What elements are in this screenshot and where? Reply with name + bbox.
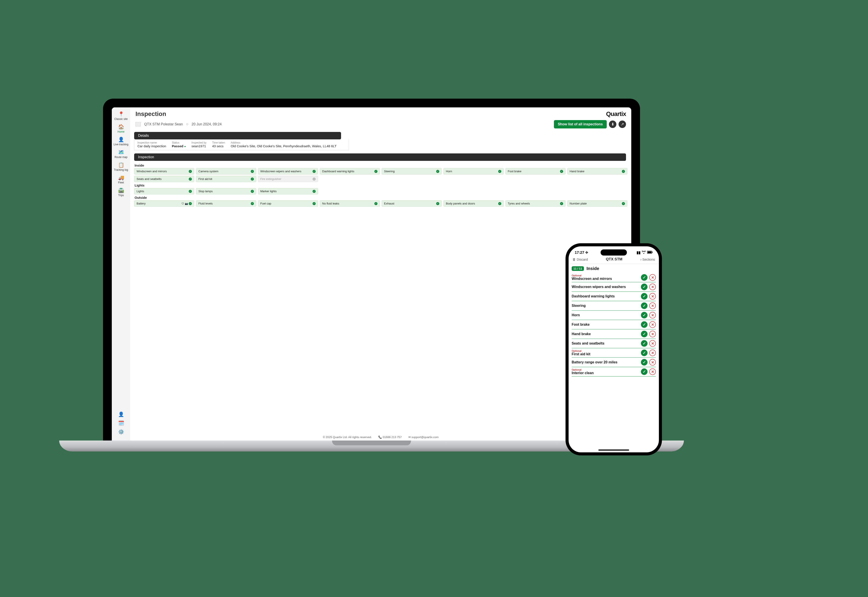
inspection-chip-disabled: Fire extinguisher –	[258, 176, 318, 182]
pass-button[interactable]: ✓	[641, 284, 648, 290]
notifications-icon[interactable]: 🗓️	[118, 420, 124, 426]
details-panel: Inspection name Car daily inspection Sta…	[134, 140, 349, 150]
pass-button[interactable]: ✓	[641, 368, 648, 375]
fail-button[interactable]: ✕	[649, 293, 656, 300]
sidebar-item-home[interactable]: 🏠 Home	[112, 122, 130, 135]
sidebar-item-trips[interactable]: 🛣️ Trips	[112, 186, 130, 198]
pass-button[interactable]: ✓	[641, 350, 648, 356]
chip-label: Seats and seatbelts	[137, 177, 162, 181]
inspection-chip[interactable]: Tyres and wheels✓	[505, 200, 566, 207]
fail-button[interactable]: ✕	[649, 350, 656, 356]
chip-label: Fuel cap	[260, 202, 271, 205]
inspection-header: Inspection	[134, 153, 626, 161]
inspection-chip[interactable]: Dashboard warning lights✓	[320, 168, 380, 174]
pass-button[interactable]: ✓	[641, 303, 648, 309]
chip-label: Windscreen and mirrors	[137, 169, 167, 173]
checklist-label: Interior clean	[572, 371, 594, 375]
laptop-mockup: 📍 Classic site 🏠 Home 👤 Live tracking 🗺️…	[103, 99, 640, 451]
chip-label: Fluid levels	[198, 202, 213, 205]
tracking-log-icon: 📋	[118, 162, 124, 168]
inspection-chip[interactable]: First aid kit ✓	[196, 176, 256, 182]
sidebar-item-fleet[interactable]: 🚚 Fleet	[112, 173, 130, 186]
pass-button[interactable]: ✓	[641, 293, 648, 300]
inspection-chip[interactable]: Seats and seatbelts ✓	[134, 176, 194, 182]
fail-button[interactable]: ✕	[649, 321, 656, 328]
trash-icon: 🗑	[572, 257, 576, 261]
fail-button[interactable]: ✕	[649, 284, 656, 290]
fail-button[interactable]: ✕	[649, 303, 656, 309]
inspection-chip[interactable]: Windscreen and mirrors✓	[134, 168, 194, 174]
show-all-inspections-button[interactable]: Show list of all inspections	[554, 120, 607, 128]
user-icon[interactable]: 👤	[118, 411, 124, 418]
sidebar-item-tracking-log[interactable]: 📋 Tracking log	[112, 160, 130, 173]
outside-row: Battery 🗨 📷 ✓ Fluid levels✓ Fuel cap✓ No…	[134, 200, 627, 207]
check-icon: ✓	[312, 190, 316, 193]
inspection-chip[interactable]: Windscreen wipers and washers✓	[258, 168, 318, 174]
inspection-chip[interactable]: Marker lights✓	[258, 188, 318, 195]
check-icon: ✓	[436, 202, 439, 205]
fail-button[interactable]: ✕	[649, 331, 656, 337]
check-icon: ✓	[251, 170, 254, 173]
fail-button[interactable]: ✕	[649, 312, 656, 318]
inspection-chip-battery[interactable]: Battery 🗨 📷 ✓	[134, 200, 194, 207]
fail-button[interactable]: ✕	[649, 274, 656, 281]
share-icon[interactable]: ↗	[618, 120, 626, 128]
inspection-chip[interactable]: Foot brake✓	[505, 168, 566, 174]
checklist-label: Horn	[572, 313, 580, 317]
live-tracking-icon: 👤	[118, 136, 124, 143]
phone-checklist: OptionalWindscreen and mirrors✓✕Windscre…	[569, 273, 659, 377]
discard-button[interactable]: 🗑 Discard	[572, 257, 588, 261]
sidebar-item-route-map[interactable]: 🗺️ Route map	[112, 148, 130, 160]
na-icon: –	[312, 178, 316, 181]
chip-label: Marker lights	[260, 190, 276, 193]
inspection-chip[interactable]: Horn✓	[443, 168, 504, 174]
phone-mockup: 17:27 ✈ ▮▮ 🗑 Discard QTX STM	[566, 243, 662, 456]
sidebar-item-label: Fleet	[118, 181, 124, 184]
check-icon: ✓	[622, 202, 625, 205]
sidebar-item-classic-site[interactable]: 📍 Classic site	[112, 110, 130, 122]
inspection-chip[interactable]: Number plate✓	[567, 200, 627, 207]
check-icon: ✓	[560, 202, 563, 205]
inspection-chip[interactable]: Lights✓	[134, 188, 194, 195]
sections-button[interactable]: › Sections	[640, 257, 655, 261]
download-icon[interactable]: ⬇	[609, 120, 616, 128]
inspection-chip[interactable]: Exhaust✓	[382, 200, 442, 207]
chip-label: First aid kit	[198, 177, 212, 181]
inspection-chip[interactable]: No fluid leaks✓	[320, 200, 380, 207]
checklist-label: Dashboard warning lights	[572, 294, 615, 298]
vehicle-thumbnail	[135, 122, 141, 126]
settings-icon[interactable]: ⚙️	[118, 429, 124, 435]
pass-button[interactable]: ✓	[641, 274, 648, 281]
fail-button[interactable]: ✕	[649, 340, 656, 347]
pass-button[interactable]: ✓	[641, 359, 648, 365]
phone-section-title: Inside	[587, 266, 599, 271]
pass-button[interactable]: ✓	[641, 321, 648, 328]
chip-extra-icons: 🗨 📷 ✓	[181, 202, 192, 205]
inspection-chip[interactable]: Stop lamps✓	[196, 188, 256, 195]
inspection-chip[interactable]: Fluid levels✓	[196, 200, 256, 207]
classic-site-icon: 📍	[118, 111, 124, 117]
inspection-chip[interactable]: Hand brake✓	[567, 168, 627, 174]
pass-button[interactable]: ✓	[641, 331, 648, 337]
fail-button[interactable]: ✕	[649, 359, 656, 365]
note-icon: 🗨	[181, 202, 184, 205]
inspection-datetime: 20 Jun 2024, 09:24	[192, 122, 221, 126]
sidebar-item-label: Home	[117, 130, 125, 133]
separator-dot	[186, 123, 188, 125]
inspection-chip[interactable]: Camera system✓	[196, 168, 256, 174]
pass-button[interactable]: ✓	[641, 312, 648, 318]
check-icon: ✓	[189, 190, 192, 193]
checklist-label: Battery range over 20 miles	[572, 360, 617, 364]
section-lights-title: Lights	[135, 183, 627, 187]
sidebar-item-live-tracking[interactable]: 👤 Live tracking	[112, 135, 130, 147]
inspection-chip[interactable]: Steering✓	[382, 168, 442, 174]
vehicle-name: QTX STM Polestar Sean	[144, 122, 183, 126]
battery-icon	[647, 251, 653, 255]
inspection-chip[interactable]: Fuel cap✓	[258, 200, 318, 207]
pass-button[interactable]: ✓	[641, 340, 648, 347]
checklist-row: OptionalFirst aid kit✓✕	[572, 348, 656, 358]
fail-button[interactable]: ✕	[649, 368, 656, 375]
checklist-label: Foot brake	[572, 322, 590, 326]
check-icon: ✓	[189, 178, 192, 181]
inspection-chip[interactable]: Body panels and doors✓	[443, 200, 504, 207]
